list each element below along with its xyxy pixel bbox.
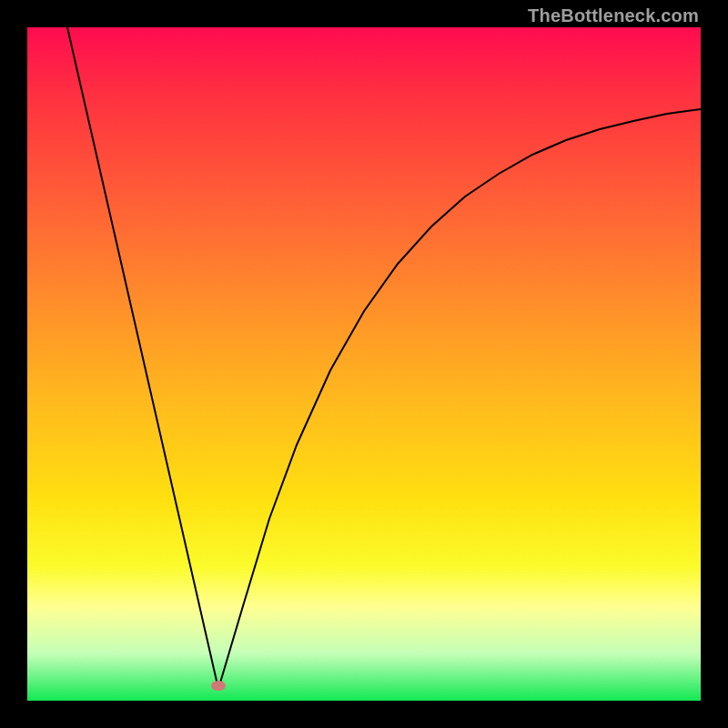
curve-right-branch [218, 109, 701, 689]
watermark-label: TheBottleneck.com [528, 5, 699, 26]
plot-area [27, 27, 701, 701]
chart-frame: TheBottleneck.com [0, 0, 728, 728]
bottleneck-curve [27, 27, 701, 701]
curve-left-branch [67, 27, 218, 689]
minimum-marker [211, 681, 226, 691]
